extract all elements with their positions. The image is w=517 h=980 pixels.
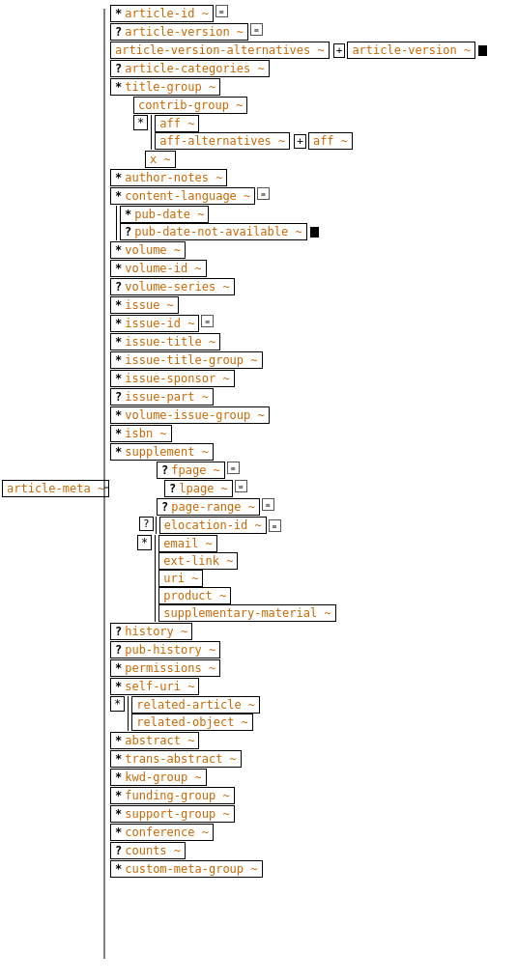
node-box[interactable]: *volume ~ <box>110 241 186 259</box>
node-box[interactable]: ?page-range ~ <box>157 498 260 516</box>
node-box[interactable]: *volume-issue-group ~ <box>110 406 270 424</box>
node-box[interactable]: related-object ~ <box>131 714 253 731</box>
node-box[interactable]: x ~ <box>145 151 176 168</box>
node-box[interactable]: *trans-abstract ~ <box>110 750 242 768</box>
node-box[interactable]: ?fpage ~ <box>157 462 225 479</box>
mult: * <box>125 208 131 221</box>
tree-row: contrib-group ~ <box>133 97 515 114</box>
node-box[interactable]: *isbn ~ <box>110 425 172 442</box>
node-box[interactable]: aff ~ <box>308 132 353 150</box>
node-label: aff ~ <box>159 117 194 130</box>
node-label: kwd-group ~ <box>125 770 201 784</box>
bracket-item: related-article ~ <box>131 696 260 714</box>
node-label: supplementary-material ~ <box>163 606 330 620</box>
node-box[interactable]: *issue-sponsor ~ <box>110 370 235 387</box>
node-box[interactable]: ?article-version ~ <box>110 23 248 41</box>
node-label: support-group ~ <box>125 807 229 821</box>
node-box[interactable]: *supplement ~ <box>110 443 214 461</box>
mult: ? <box>115 625 122 638</box>
mult: ? <box>161 463 168 477</box>
bracket-group: aff ~aff-alternatives ~+aff ~ <box>151 115 353 150</box>
root-box[interactable]: article-meta ~ <box>2 480 109 497</box>
tree-row: *abstract ~ <box>110 732 515 749</box>
node-label: self-uri ~ <box>125 680 194 693</box>
node-box[interactable]: article-version-alternatives ~ <box>110 42 330 59</box>
tree-row: ?pub-history ~ <box>110 641 515 658</box>
node-box[interactable]: ?history ~ <box>110 623 192 640</box>
mult: ? <box>115 844 122 857</box>
node-label: aff-alternatives ~ <box>159 134 285 148</box>
list-icon: ≡ <box>269 519 281 532</box>
node-box[interactable]: *title-group ~ <box>110 78 220 96</box>
node-box[interactable]: supplementary-material ~ <box>158 604 335 622</box>
node-box[interactable]: ?issue-part ~ <box>110 388 214 406</box>
tree-row: *content-language ~≡ <box>110 187 515 205</box>
node-box[interactable]: ?article-categories ~ <box>110 60 270 77</box>
node-label: fpage ~ <box>171 463 220 477</box>
node-box[interactable]: *pub-date ~ <box>120 206 209 223</box>
node-box[interactable]: *volume-id ~ <box>110 260 207 277</box>
node-box[interactable]: elocation-id ~ <box>159 517 267 534</box>
node-box[interactable]: *kwd-group ~ <box>110 769 207 786</box>
node-box[interactable]: related-article ~ <box>131 696 260 714</box>
node-box[interactable]: ?volume-series ~ <box>110 278 235 295</box>
bracket-group: *pub-date ~?pub-date-not-available ~ <box>116 206 319 240</box>
node-box[interactable]: *author-notes ~ <box>110 169 227 186</box>
node-box[interactable]: *self-uri ~ <box>110 678 199 695</box>
node-box[interactable]: aff-alternatives ~ <box>155 132 290 150</box>
node-box[interactable]: *permissions ~ <box>110 659 220 677</box>
node-box[interactable]: product ~ <box>158 587 231 604</box>
tree-row: *self-uri ~ <box>110 678 515 695</box>
node-box[interactable]: *issue-id ~ <box>110 315 199 332</box>
tree-row: *trans-abstract ~ <box>110 750 515 768</box>
node-box[interactable]: ?counts ~ <box>110 842 186 859</box>
tree-row: *title-group ~ <box>110 78 515 96</box>
node-box[interactable]: *content-language ~ <box>110 187 255 205</box>
node-box[interactable]: ?pub-history ~ <box>110 641 220 658</box>
list-icon: ≡ <box>250 23 263 36</box>
node-label: contrib-group ~ <box>138 98 243 112</box>
node-box[interactable]: *issue-title ~ <box>110 333 220 350</box>
list-icon: ≡ <box>262 498 274 511</box>
node-box[interactable]: *issue-title-group ~ <box>110 351 263 369</box>
tree-row: x ~ <box>145 151 515 168</box>
node-box[interactable]: *article-id ~ <box>110 5 214 22</box>
node-box[interactable]: email ~ <box>158 535 217 552</box>
tree-row: *permissions ~ <box>110 659 515 677</box>
node-label: issue-title-group ~ <box>125 353 257 367</box>
plus-box: + <box>333 43 346 58</box>
node-label: author-notes ~ <box>125 171 222 184</box>
mult: * <box>115 372 122 385</box>
bracket-item: *pub-date ~ <box>120 206 319 223</box>
root-node[interactable]: article-meta ~ <box>2 480 109 497</box>
node-box[interactable]: ?pub-date-not-available ~ <box>120 223 307 240</box>
node-box[interactable]: uri ~ <box>158 570 203 587</box>
node-box[interactable]: ext-link ~ <box>158 552 238 570</box>
mult: * <box>115 680 122 693</box>
node-box[interactable]: ?lpage ~ <box>164 480 233 497</box>
tree-row: *author-notes ~ <box>110 169 515 186</box>
list-icon: ≡ <box>215 5 228 17</box>
list-icon: ≡ <box>257 187 270 200</box>
node-box[interactable]: *custom-meta-group ~ <box>110 860 263 878</box>
node-label: supplement ~ <box>125 445 209 459</box>
node-box[interactable]: article-version ~ <box>347 42 475 59</box>
node-box[interactable]: *issue ~ <box>110 296 179 314</box>
tree-row: ?page-range ~≡ <box>157 498 515 516</box>
node-label: product ~ <box>163 589 226 602</box>
node-label: issue-part ~ <box>125 390 209 404</box>
node-box[interactable]: *support-group ~ <box>110 805 235 823</box>
node-box[interactable]: *conference ~ <box>110 824 214 841</box>
node-box[interactable]: *abstract ~ <box>110 732 199 749</box>
mult: * <box>115 427 122 440</box>
node-label: pub-history ~ <box>125 643 215 657</box>
node-box[interactable]: contrib-group ~ <box>133 97 247 114</box>
node-box[interactable]: aff ~ <box>155 115 199 132</box>
star-mult2: * <box>137 535 152 550</box>
node-box[interactable]: *funding-group ~ <box>110 787 235 804</box>
root-label: article-meta ~ <box>7 482 104 495</box>
node-label: article-version ~ <box>352 43 471 57</box>
tree-row: ?fpage ~≡ <box>157 462 515 479</box>
tree-row: *pub-date ~?pub-date-not-available ~ <box>116 206 515 240</box>
tree-row: *issue-title ~ <box>110 333 515 350</box>
